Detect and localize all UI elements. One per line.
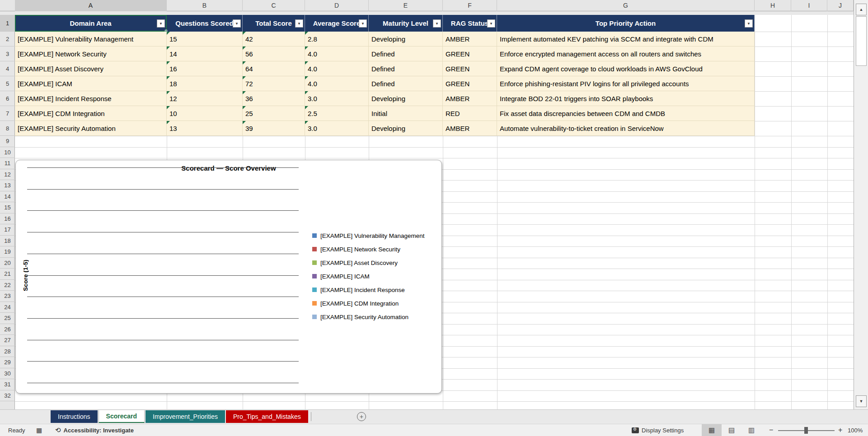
column-header-H[interactable]: H [755, 0, 791, 11]
table-header-cell[interactable]: Average Score▼ [305, 15, 369, 32]
table-cell[interactable]: GREEN [443, 76, 497, 91]
row-header-14[interactable]: 14 [0, 191, 15, 203]
zoom-out-button[interactable]: − [769, 424, 773, 436]
row-header-12[interactable]: 12 [0, 169, 15, 181]
column-header-A[interactable]: A [15, 0, 167, 11]
table-cell[interactable]: [EXAMPLE] Network Security [15, 46, 167, 61]
table-cell[interactable]: Defined [369, 76, 443, 91]
filter-dropdown-button[interactable]: ▼ [745, 19, 753, 28]
row-header-11[interactable]: 11 [0, 158, 15, 169]
score-overview-chart[interactable]: Scorecard — Score Overview Score (1-5) [… [15, 160, 442, 394]
scroll-up-button[interactable]: ▲ [856, 4, 867, 15]
table-cell[interactable]: 16 [167, 61, 243, 76]
row-header-5[interactable]: 5 [0, 76, 15, 91]
scroll-down-button[interactable]: ▼ [856, 395, 867, 407]
table-header-cell[interactable]: Maturity Level▼ [369, 15, 443, 32]
column-header-E[interactable]: E [369, 0, 443, 11]
table-cell[interactable]: Automate vulnerability-to-ticket creatio… [497, 121, 755, 136]
table-cell[interactable]: GREEN [443, 46, 497, 61]
legend-item[interactable]: [EXAMPLE] Incident Response [312, 283, 425, 297]
row-header-7[interactable]: 7 [0, 106, 15, 121]
table-cell[interactable]: 3.0 [305, 91, 369, 106]
table-cell[interactable]: AMBER [443, 91, 497, 106]
row-header-30[interactable]: 30 [0, 368, 15, 380]
table-cell[interactable]: RED [443, 106, 497, 121]
row-header-29[interactable]: 29 [0, 357, 15, 368]
row-header-3[interactable]: 3 [0, 46, 15, 61]
zoom-in-button[interactable]: + [838, 424, 842, 436]
table-cell[interactable]: 3.0 [305, 121, 369, 136]
table-cell[interactable]: GREEN [443, 61, 497, 76]
display-settings-button[interactable]: Display Settings [632, 424, 684, 436]
table-cell[interactable]: Developing [369, 91, 443, 106]
zoom-level[interactable]: 100% [848, 424, 863, 436]
table-cell[interactable]: AMBER [443, 32, 497, 46]
row-header-8[interactable]: 8 [0, 121, 15, 136]
table-cell[interactable]: 14 [167, 46, 243, 61]
row-header-4[interactable]: 4 [0, 61, 15, 76]
table-cell[interactable]: [EXAMPLE] Asset Discovery [15, 61, 167, 76]
column-header-C[interactable]: C [243, 0, 305, 11]
row-header-1[interactable]: 1 [0, 15, 15, 32]
table-header-cell[interactable]: Domain Area▼ [15, 15, 167, 32]
row-header-31[interactable]: 31 [0, 379, 15, 390]
row-header-27[interactable]: 27 [0, 335, 15, 346]
table-cell[interactable]: Initial [369, 106, 443, 121]
table-cell[interactable]: 4.0 [305, 46, 369, 61]
row-header-19[interactable]: 19 [0, 246, 15, 258]
row-header-23[interactable]: 23 [0, 291, 15, 302]
vertical-scroll-thumb[interactable] [856, 16, 867, 66]
legend-item[interactable]: [EXAMPLE] ICAM [312, 269, 425, 283]
column-header-B[interactable]: B [167, 0, 243, 11]
normal-view-button[interactable]: ▦ [702, 424, 722, 436]
add-sheet-button[interactable]: + [357, 412, 366, 421]
row-header-17[interactable]: 17 [0, 224, 15, 236]
sheet-tab-improvement_priorities[interactable]: Improvement_Priorities [145, 410, 225, 423]
table-cell[interactable]: 15 [167, 32, 243, 46]
zoom-slider-thumb[interactable] [804, 427, 808, 434]
table-cell[interactable]: Implement automated KEV patching via SCC… [497, 32, 755, 46]
table-cell[interactable]: 39 [243, 121, 305, 136]
sheet-tab-scorecard[interactable]: Scorecard [99, 410, 145, 423]
sheet-tab-pro_tips_and_mistakes[interactable]: Pro_Tips_and_Mistakes [226, 410, 308, 423]
table-cell[interactable]: [EXAMPLE] ICAM [15, 76, 167, 91]
table-cell[interactable]: Defined [369, 61, 443, 76]
table-cell[interactable]: 4.0 [305, 61, 369, 76]
table-cell[interactable]: 2.5 [305, 106, 369, 121]
table-cell[interactable]: Defined [369, 46, 443, 61]
table-cell[interactable]: 10 [167, 106, 243, 121]
table-cell[interactable]: 56 [243, 46, 305, 61]
row-header-18[interactable]: 18 [0, 236, 15, 247]
table-cell[interactable]: 64 [243, 61, 305, 76]
table-cell[interactable]: 72 [243, 76, 305, 91]
table-cell[interactable]: Integrate BOD 22-01 triggers into SOAR p… [497, 91, 755, 106]
filter-dropdown-button[interactable]: ▼ [487, 19, 495, 28]
filter-dropdown-button[interactable]: ▼ [157, 19, 165, 28]
row-header-32[interactable]: 32 [0, 390, 15, 402]
accessibility-status[interactable]: ⟲ Accessibility: Investigate [55, 424, 134, 436]
row-header-20[interactable]: 20 [0, 258, 15, 269]
column-header-J[interactable]: J [827, 0, 854, 11]
table-cell[interactable]: [EXAMPLE] Security Automation [15, 121, 167, 136]
table-cell[interactable]: Enforce encrypted management access on a… [497, 46, 755, 61]
row-header-9[interactable]: 9 [0, 136, 15, 147]
table-header-cell[interactable]: RAG Status▼ [443, 15, 497, 32]
filter-dropdown-button[interactable]: ▼ [359, 19, 367, 28]
row-header-6[interactable]: 6 [0, 91, 15, 106]
row-header-25[interactable]: 25 [0, 313, 15, 324]
table-cell[interactable]: 42 [243, 32, 305, 46]
legend-item[interactable]: [EXAMPLE] Asset Discovery [312, 256, 425, 269]
table-cell[interactable]: 25 [243, 106, 305, 121]
table-cell[interactable]: AMBER [443, 121, 497, 136]
table-cell[interactable]: Enforce phishing-resistant PIV logins fo… [497, 76, 755, 91]
legend-item[interactable]: [EXAMPLE] Vulnerability Management [312, 229, 425, 242]
macro-record-icon[interactable]: ▦ [36, 424, 42, 436]
table-cell[interactable]: Fix asset data discrepancies between CDM… [497, 106, 755, 121]
table-cell[interactable]: Developing [369, 121, 443, 136]
legend-item[interactable]: [EXAMPLE] Security Automation [312, 310, 425, 324]
table-header-cell[interactable]: Questions Scored▼ [167, 15, 243, 32]
row-header-16[interactable]: 16 [0, 213, 15, 225]
row-header-24[interactable]: 24 [0, 302, 15, 313]
sheet-tab-instructions[interactable]: Instructions [51, 410, 98, 423]
table-cell[interactable]: 36 [243, 91, 305, 106]
